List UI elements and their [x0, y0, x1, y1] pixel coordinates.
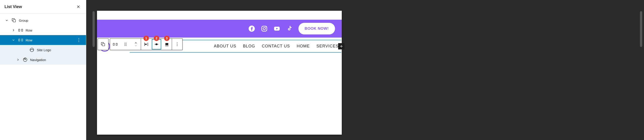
svg-rect-5	[22, 39, 23, 41]
chevron-down-icon[interactable]	[4, 18, 9, 23]
plus-icon	[339, 44, 343, 48]
toolbar-main-group: 1 2 3	[110, 38, 182, 50]
instagram-icon[interactable]	[261, 25, 268, 32]
tree-item-label: Group	[19, 19, 28, 22]
tree-item-site-logo[interactable]: Site Logo	[0, 45, 86, 55]
tree-item-label: Site Logo	[37, 48, 51, 52]
youtube-icon[interactable]	[273, 25, 280, 32]
editor-canvas: 1 2 3	[86, 0, 644, 140]
svg-point-15	[124, 43, 125, 43]
svg-point-17	[124, 44, 125, 45]
annotation-badge: 1	[144, 36, 149, 41]
nav-link[interactable]: SERVICES	[316, 44, 338, 49]
tree-item-label: Row	[26, 28, 32, 32]
group-block-icon	[100, 42, 106, 47]
svg-rect-4	[19, 39, 20, 41]
svg-point-6	[78, 38, 79, 39]
site-logo-block-icon	[29, 47, 34, 53]
tree-item-navigation[interactable]: Navigation	[0, 55, 86, 65]
tiktok-icon[interactable]	[286, 25, 293, 32]
align-center-button[interactable]: 2	[151, 39, 162, 50]
add-block-button[interactable]	[338, 43, 344, 49]
select-parent-button[interactable]	[98, 39, 108, 50]
svg-rect-3	[22, 29, 23, 31]
chevron-down-icon[interactable]	[11, 38, 16, 42]
svg-rect-2	[19, 29, 20, 31]
svg-point-20	[126, 45, 126, 46]
svg-point-18	[126, 44, 126, 45]
block-type-button[interactable]	[110, 39, 120, 50]
nav-link[interactable]: ABOUT US	[214, 44, 236, 49]
group-block-icon	[11, 18, 16, 23]
justify-left-button[interactable]: 1	[141, 39, 151, 50]
move-buttons	[131, 39, 141, 50]
nav-link[interactable]: HOME	[297, 44, 310, 49]
tree-item-group[interactable]: Group	[0, 15, 86, 25]
book-now-button[interactable]: BOOK NOW!	[298, 23, 335, 34]
kebab-icon	[76, 37, 82, 43]
row-block-icon	[113, 42, 118, 47]
navigation-block-icon	[22, 57, 28, 62]
block-tree: Group Row Row	[0, 14, 86, 67]
header-topbar: BOOK NOW!	[97, 20, 342, 38]
justify-left-icon	[144, 42, 149, 47]
chevron-up-icon[interactable]	[134, 42, 138, 44]
drag-icon	[123, 42, 128, 47]
svg-rect-1	[13, 19, 16, 22]
nav-link[interactable]: CONTACT US	[262, 44, 290, 49]
svg-rect-13	[113, 43, 114, 45]
svg-point-16	[126, 43, 126, 43]
annotation-badge: 3	[164, 36, 170, 41]
annotation-badge: 2	[154, 36, 159, 41]
svg-point-10	[23, 58, 27, 62]
page-preview: 1 2 3	[97, 11, 342, 135]
list-view-title: List View	[4, 4, 22, 9]
svg-point-29	[177, 44, 178, 45]
align-center-icon	[154, 42, 159, 47]
tree-children: Site Logo Navigation	[0, 45, 86, 65]
close-icon	[76, 4, 80, 9]
block-toolbar: 1 2 3	[98, 38, 182, 50]
svg-rect-12	[102, 43, 105, 46]
chevron-right-icon[interactable]	[16, 58, 20, 62]
svg-point-30	[177, 45, 178, 46]
tree-item-label: Navigation	[30, 58, 46, 62]
scroll-indicator-right	[640, 11, 642, 47]
svg-rect-14	[116, 43, 118, 45]
row-block-icon	[18, 37, 23, 43]
svg-point-34	[266, 27, 266, 27]
svg-rect-22	[145, 44, 146, 45]
row-block-icon	[18, 27, 23, 33]
tree-item-row-selected[interactable]: Row	[0, 35, 86, 45]
chevron-right-icon[interactable]	[11, 28, 16, 32]
full-width-button[interactable]: 3	[162, 39, 172, 50]
list-view-panel: List View Group Row	[0, 0, 86, 140]
chevron-down-icon[interactable]	[134, 44, 138, 47]
toolbar-parent-group	[98, 38, 108, 50]
scroll-indicator-left	[92, 11, 95, 47]
drag-handle[interactable]	[120, 39, 131, 50]
full-width-icon	[164, 42, 169, 47]
svg-point-33	[263, 27, 266, 30]
more-options-button[interactable]	[172, 39, 182, 50]
close-button[interactable]	[75, 3, 82, 10]
svg-rect-26	[165, 43, 168, 45]
list-view-header: List View	[0, 0, 86, 14]
tree-item-label: Row	[26, 38, 32, 42]
kebab-icon	[175, 42, 180, 47]
tree-item-row[interactable]: Row	[0, 25, 86, 35]
more-options-button[interactable]	[76, 37, 82, 43]
facebook-icon[interactable]	[248, 25, 255, 32]
svg-point-8	[78, 41, 79, 42]
svg-point-28	[177, 43, 178, 43]
svg-point-7	[78, 40, 79, 40]
svg-rect-25	[156, 43, 157, 45]
svg-point-19	[124, 45, 125, 46]
nav-link[interactable]: BLOG	[243, 44, 255, 49]
